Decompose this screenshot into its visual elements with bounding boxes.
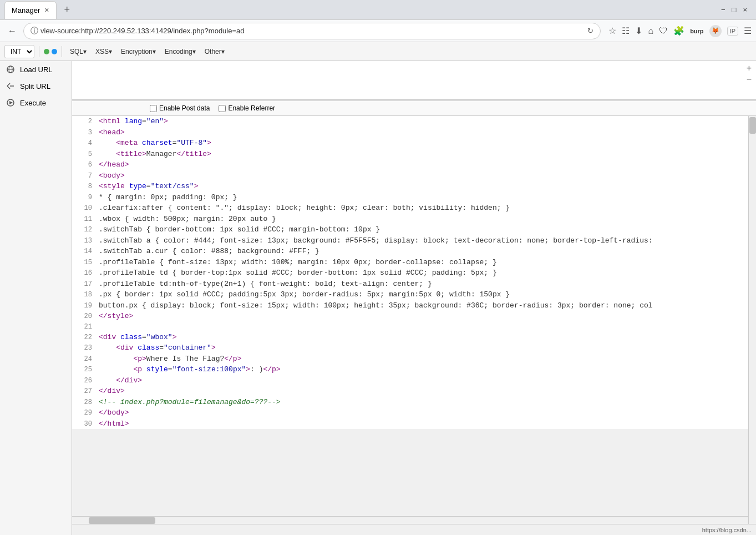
line-number: 9: [77, 193, 92, 203]
bookmark-icon[interactable]: ☆: [608, 26, 616, 36]
line-content: .switchTab a { color: #444; font-size: 1…: [99, 235, 653, 246]
extensions-icon[interactable]: 🧩: [673, 26, 684, 36]
home-icon[interactable]: ⌂: [648, 26, 653, 36]
svg-marker-4: [9, 101, 13, 104]
encryption-button[interactable]: Encryption▾: [118, 47, 159, 57]
other-button[interactable]: Other▾: [201, 47, 228, 57]
sql-button[interactable]: SQL▾: [67, 47, 90, 57]
separator-1: [39, 46, 39, 57]
xss-button[interactable]: XSS▾: [92, 47, 115, 57]
ip-badge[interactable]: IP: [727, 27, 738, 36]
horizontal-scrollbar-thumb[interactable]: [89, 517, 155, 524]
code-line: 9* { margin: 0px; padding: 0px; }: [72, 192, 748, 203]
back-button[interactable]: ←: [4, 24, 20, 38]
code-line: 15.profileTable { font-size: 13px; width…: [72, 257, 748, 268]
line-number: 29: [77, 408, 92, 418]
code-line: 16.profileTable td { border-top:1px soli…: [72, 268, 748, 279]
line-content: <p>Where Is The Flag?</p>: [99, 354, 241, 365]
encoding-button[interactable]: Encoding▾: [161, 47, 199, 57]
line-content: .switchTab { border-bottom: 1px solid #C…: [99, 224, 380, 235]
code-line: 26 </div>: [72, 375, 748, 386]
load-url-label: Load URL: [20, 65, 53, 74]
line-number: 21: [77, 322, 92, 332]
url-box[interactable]: ⓘ view-source:http://220.249.52.133:4142…: [23, 23, 601, 39]
line-number: 18: [77, 290, 92, 300]
line-content: button.px { display: block; font-size: 1…: [99, 300, 653, 311]
line-number: 17: [77, 279, 92, 289]
code-line: 18.px { border: 1px solid #CCC; padding:…: [72, 289, 748, 300]
referrer-input[interactable]: [219, 105, 226, 112]
url-textarea[interactable]: [72, 61, 756, 99]
reload-button[interactable]: ↻: [587, 27, 593, 35]
line-number: 13: [77, 236, 92, 246]
title-bar: Manager × + − □ ×: [0, 0, 756, 20]
url-input-section: + −: [72, 61, 756, 101]
tab-close-button[interactable]: ×: [44, 6, 49, 14]
code-line: 11.wbox { width: 500px; margin: 20px aut…: [72, 214, 748, 225]
shield-icon[interactable]: 🛡: [659, 26, 668, 36]
code-line: 2<html lang="en">: [72, 116, 748, 127]
code-container: 2<html lang="en">3<head>4 <meta charset=…: [72, 116, 748, 429]
int-selector[interactable]: INT: [4, 45, 34, 58]
code-line: 6</head>: [72, 159, 748, 170]
line-number: 16: [77, 268, 92, 278]
blue-dot: [52, 49, 57, 54]
line-content: .switchTab a.cur { color: #888; backgrou…: [99, 246, 319, 257]
download-icon[interactable]: ⬇: [635, 26, 642, 36]
code-line: 19button.px { display: block; font-size:…: [72, 300, 748, 311]
line-number: 14: [77, 246, 92, 256]
vertical-scrollbar-thumb[interactable]: [749, 117, 756, 134]
line-content: </div>: [99, 375, 142, 386]
execute-item[interactable]: Execute: [0, 94, 72, 111]
code-line: 4 <meta charset="UTF-8">: [72, 138, 748, 149]
line-number: 27: [77, 386, 92, 396]
line-number: 11: [77, 214, 92, 224]
code-line: 28<!-- index.php?module=filemanage&do=??…: [72, 397, 748, 408]
code-line: 8<style type="text/css">: [72, 181, 748, 192]
maximize-button[interactable]: □: [732, 6, 737, 14]
url-minus-button[interactable]: −: [742, 72, 756, 87]
line-content: <html lang="en">: [99, 116, 168, 127]
line-number: 5: [77, 149, 92, 159]
code-scroll-area[interactable]: 2<html lang="en">3<head>4 <meta charset=…: [72, 116, 748, 516]
url-input-area[interactable]: + −: [72, 61, 756, 100]
load-url-item[interactable]: Load URL: [0, 61, 72, 78]
line-content: <meta charset="UTF-8">: [99, 138, 211, 149]
line-number: 7: [77, 171, 92, 181]
split-url-icon: [6, 81, 16, 91]
code-line: 30</html>: [72, 418, 748, 430]
code-section: 2<html lang="en">3<head>4 <meta charset=…: [72, 116, 756, 524]
line-content: <title>Manager</title>: [99, 149, 211, 160]
minimize-button[interactable]: −: [721, 6, 725, 14]
line-content: <head>: [99, 127, 125, 138]
line-content: .profileTable { font-size: 13px; width: …: [99, 257, 497, 268]
line-number: 24: [77, 354, 92, 364]
vertical-scrollbar[interactable]: [748, 116, 756, 524]
browser-avatar[interactable]: 🦊: [709, 25, 722, 37]
referrer-label: Enable Referrer: [228, 104, 275, 112]
burp-label[interactable]: burp: [690, 28, 703, 34]
status-url: https://blog.csdn...: [702, 527, 752, 533]
code-line: 13.switchTab a { color: #444; font-size:…: [72, 235, 748, 246]
code-line: 21: [72, 322, 748, 332]
post-data-input[interactable]: [150, 105, 157, 112]
line-number: 28: [77, 397, 92, 407]
line-content: <!-- index.php?module=filemanage&do=???-…: [99, 397, 281, 408]
reader-icon[interactable]: ☷: [622, 26, 630, 36]
execute-icon: [6, 98, 16, 108]
post-data-checkbox[interactable]: Enable Post data: [150, 104, 210, 112]
post-data-label: Enable Post data: [159, 104, 210, 112]
toolbar: INT SQL▾ XSS▾ Encryption▾ Encoding▾ Othe…: [0, 42, 756, 61]
line-content: .wbox { width: 500px; margin: 20px auto …: [99, 214, 276, 225]
split-url-item[interactable]: Split URL: [0, 78, 72, 94]
active-tab[interactable]: Manager ×: [4, 1, 57, 19]
code-line: 27</div>: [72, 386, 748, 397]
new-tab-button[interactable]: +: [59, 1, 76, 19]
checkbox-row: Enable Post data Enable Referrer: [72, 101, 756, 116]
window-close-button[interactable]: ×: [743, 6, 747, 14]
menu-icon[interactable]: ☰: [744, 26, 752, 36]
referrer-checkbox[interactable]: Enable Referrer: [219, 104, 275, 112]
separator-2: [62, 46, 62, 57]
horizontal-scrollbar[interactable]: [72, 516, 748, 524]
line-content: <body>: [99, 170, 125, 181]
